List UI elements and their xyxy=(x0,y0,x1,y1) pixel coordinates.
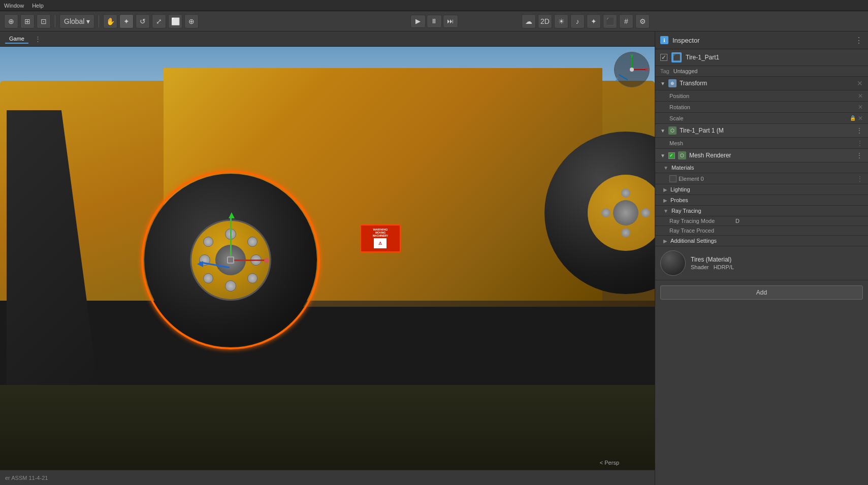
position-close-btn[interactable]: ✕ xyxy=(858,92,863,100)
mesh-renderer-header[interactable]: ▼ ✓ ⬡ Mesh Renderer ⋮ xyxy=(655,149,868,163)
play-controls: ▶ ⏸ ⏭ xyxy=(410,15,458,28)
additional-settings-header[interactable]: ▶ Additional Settings xyxy=(655,236,868,246)
perspective-label: < Persp xyxy=(600,460,619,466)
main-toolbar: ⊕ ⊞ ⊡ Global ▾ ✋ ✦ ↺ ⤢ ⬜ ⊕ ▶ ⏸ ⏭ ☁ 2D ☀ … xyxy=(0,11,868,31)
tool-btn-1[interactable]: ⊕ xyxy=(4,14,18,28)
view-btn-1[interactable]: ☁ xyxy=(522,14,536,28)
tool-btn-3[interactable]: ⊡ xyxy=(37,14,51,28)
tag-value[interactable]: Untagged xyxy=(673,68,698,74)
tag-row: Tag Untagged xyxy=(655,66,868,77)
tire-selected[interactable] xyxy=(144,174,317,346)
object-header: ✓ ⬛ Tire-1_Part1 xyxy=(655,49,868,66)
material-shader-row: Shader HDRP/L xyxy=(691,264,863,270)
top-menu-bar: Window Help xyxy=(0,0,868,11)
shader-label: Shader xyxy=(691,264,709,270)
inspector-header: ℹ Inspector ⋮ xyxy=(655,31,868,49)
materials-sub-header[interactable]: ▼ Materials xyxy=(655,163,868,173)
add-component-button[interactable]: Add xyxy=(660,285,863,300)
tab-game[interactable]: Game xyxy=(5,35,28,44)
scale-label: Scale xyxy=(669,115,715,121)
right-toolbar: ☁ 2D ☀ ♪ ✦ ⬛ # ⚙ xyxy=(522,14,650,28)
materials-sub-arrow: ▼ xyxy=(663,165,668,171)
tool-transform[interactable]: ⊕ xyxy=(184,14,199,28)
mesh-renderer-menu[interactable]: ⋮ xyxy=(856,151,863,159)
audio-btn[interactable]: ♪ xyxy=(570,14,585,28)
menu-help[interactable]: Help xyxy=(32,3,44,9)
ray-tracing-mode-label: Ray Tracing Mode xyxy=(669,218,735,224)
object-active-checkbox[interactable]: ✓ xyxy=(660,54,667,61)
scene-area: Game ⋮ WARNING MOVING xyxy=(0,31,655,485)
mesh-filter-title: Tire-1_Part 1 (M xyxy=(680,127,724,134)
tool-hand[interactable]: ✋ xyxy=(103,14,117,28)
scene-options-btn[interactable]: ⋮ xyxy=(33,34,44,45)
light-btn[interactable]: ☀ xyxy=(554,14,568,28)
mesh-label: Mesh xyxy=(669,140,715,146)
tool-rect[interactable]: ⬜ xyxy=(168,14,182,28)
element0-arrow[interactable]: ⋮ xyxy=(857,175,863,182)
main-layout: Game ⋮ WARNING MOVING xyxy=(0,31,868,485)
chevron-down-icon: ▾ xyxy=(86,17,90,25)
global-dropdown[interactable]: Global ▾ xyxy=(59,14,94,28)
mesh-renderer-arrow: ▼ xyxy=(660,153,665,158)
material-info: Tires (Material) Shader HDRP/L xyxy=(691,256,863,270)
gizmo-x-label: X xyxy=(645,67,648,72)
probes-sub-header[interactable]: ▶ Probes xyxy=(655,195,868,206)
settings-btn[interactable]: ⚙ xyxy=(635,14,650,28)
tool-rotate[interactable]: ↺ xyxy=(136,14,150,28)
material-sphere-preview xyxy=(660,250,686,276)
scale-row: Scale 🔒 ✕ xyxy=(655,113,868,124)
ray-tracing-sub-arrow: ▼ xyxy=(663,208,668,214)
mesh-arrow[interactable]: ⋮ xyxy=(857,140,863,147)
inspector-menu-btn[interactable]: ⋮ xyxy=(855,36,863,45)
scene-header: Game ⋮ xyxy=(0,31,655,47)
rotation-close-btn[interactable]: ✕ xyxy=(858,104,863,111)
menu-window[interactable]: Window xyxy=(4,3,24,9)
ray-tracing-mode-row: Ray Tracing Mode D xyxy=(655,216,868,226)
scale-close-btn[interactable]: ✕ xyxy=(858,115,863,122)
transform-section-header[interactable]: ▼ ⊕ Transform ✕ xyxy=(655,77,868,90)
mesh-filter-header[interactable]: ▼ ⬡ Tire-1_Part 1 (M ⋮ xyxy=(655,124,868,138)
material-preview: Tires (Material) Shader HDRP/L xyxy=(655,246,868,280)
tag-label: Tag xyxy=(660,68,669,74)
inspector-content[interactable]: ✓ ⬛ Tire-1_Part1 Tag Untagged ▼ ⊕ Transf… xyxy=(655,49,868,485)
lighting-sub-header[interactable]: ▶ Lighting xyxy=(655,184,868,195)
material-name[interactable]: Tires (Material) xyxy=(691,256,863,263)
element0-row: Element 0 ⋮ xyxy=(655,173,868,184)
mesh-row: Mesh ⋮ xyxy=(655,138,868,149)
rotation-row: Rotation ✕ xyxy=(655,102,868,113)
play-button[interactable]: ▶ xyxy=(410,15,426,28)
lighting-sub-title: Lighting xyxy=(670,186,690,192)
ray-trace-procedure-label: Ray Trace Proced xyxy=(669,228,735,234)
pause-button[interactable]: ⏸ xyxy=(427,15,442,28)
tool-scale[interactable]: ⤢ xyxy=(152,14,166,28)
orientation-gizmo: Y X Z xyxy=(612,49,652,90)
warning-text-3: MACHINERY xyxy=(373,234,388,237)
element0-label: Element 0 xyxy=(679,176,724,182)
ray-tracing-sub-header[interactable]: ▼ Ray Tracing xyxy=(655,206,868,216)
fx-btn[interactable]: ✦ xyxy=(587,14,601,28)
view-btn-2[interactable]: ⬛ xyxy=(603,14,617,28)
tool-btn-2[interactable]: ⊞ xyxy=(20,14,35,28)
rotation-label: Rotation xyxy=(669,104,715,110)
tool-move[interactable]: ✦ xyxy=(119,14,134,28)
position-label: Position xyxy=(669,93,715,99)
view-2d[interactable]: 2D xyxy=(538,14,552,28)
mesh-renderer-checkbox[interactable]: ✓ xyxy=(668,152,675,159)
status-text: er ASSM 11-4-21 xyxy=(5,475,48,481)
tire-right xyxy=(544,132,655,294)
probes-sub-arrow: ▶ xyxy=(663,198,667,203)
gizmo-z-arm xyxy=(619,74,628,80)
additional-settings-arrow: ▶ xyxy=(663,238,667,244)
probes-sub-title: Probes xyxy=(670,197,688,203)
viewport[interactable]: WARNING MOVING MACHINERY ⚠ xyxy=(0,47,655,470)
transform-close[interactable]: ✕ xyxy=(857,79,863,87)
ray-tracing-mode-value[interactable]: D xyxy=(735,218,863,224)
status-bar: er ASSM 11-4-21 xyxy=(0,470,655,485)
grid-btn[interactable]: # xyxy=(619,14,633,28)
step-button[interactable]: ⏭ xyxy=(443,15,458,28)
position-row: Position ✕ xyxy=(655,90,868,102)
shader-value[interactable]: HDRP/L xyxy=(714,264,734,270)
object-name: Tire-1_Part1 xyxy=(686,54,719,61)
scale-lock-icon[interactable]: 🔒 xyxy=(850,115,856,121)
mesh-filter-menu[interactable]: ⋮ xyxy=(856,126,863,135)
